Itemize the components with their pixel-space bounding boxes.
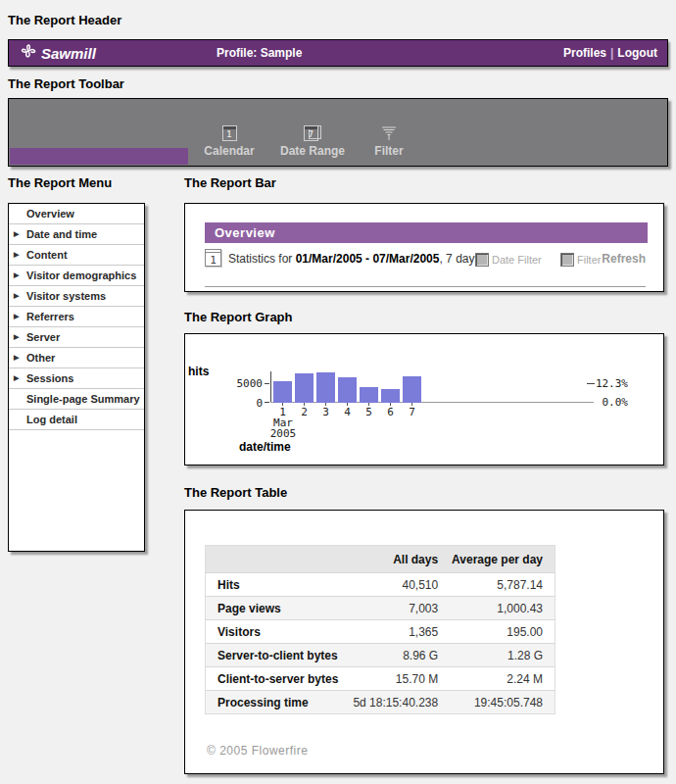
- toolbar-accent-strip: [10, 148, 188, 165]
- menu-item-server[interactable]: ▶Server: [9, 327, 144, 348]
- right-axis-tick: [587, 383, 595, 384]
- filter-checkbox[interactable]: [560, 253, 574, 267]
- row-all-days-value: 8.96 G: [352, 644, 451, 667]
- y-tick-dash-bottom: [265, 402, 269, 403]
- section-heading-report-bar: The Report Bar: [184, 175, 276, 190]
- section-heading-report-table: The Report Table: [184, 485, 287, 500]
- report-header-bar: Sawmill Profile: Sample Profiles|Logout: [8, 39, 668, 67]
- toolbar-button-date-range[interactable]: 7Date Range: [268, 123, 357, 158]
- section-heading-report-toolbar: The Report Toolbar: [8, 76, 124, 91]
- graph-y-axis: [270, 371, 271, 403]
- menu-item-other[interactable]: ▶Other: [9, 348, 144, 368]
- y-tick-0: 0: [224, 397, 263, 410]
- expand-arrow-icon: ▶: [14, 307, 19, 326]
- row-label: Processing time: [206, 691, 352, 714]
- graph-x-axis-title: date/time: [239, 440, 291, 454]
- table-row-hits: Hits40,5105,787.14: [206, 573, 555, 597]
- right-axis-bottom-label: 0.0%: [603, 396, 629, 409]
- menu-item-visitor-demographics[interactable]: ▶Visitor demographics: [9, 266, 144, 286]
- menu-item-single-page-summary[interactable]: Single-page Summary: [9, 389, 144, 410]
- expand-arrow-icon: ▶: [14, 286, 19, 306]
- logout-link[interactable]: Logout: [617, 46, 657, 60]
- profile-indicator: Profile: Sample: [217, 40, 302, 66]
- menu-item-label: Overview: [26, 208, 74, 220]
- table-row-page-views: Page views7,0031,000.43: [206, 597, 555, 620]
- toolbar-button-filter[interactable]: Filter: [345, 123, 433, 158]
- menu-item-label: Single-page Summary: [26, 393, 140, 405]
- expand-arrow-icon: ▶: [14, 245, 19, 265]
- table-row-processing-time: Processing time5d 18:15:40.23819:45:05.7…: [206, 691, 555, 714]
- chart-bar-day-3: [316, 372, 335, 403]
- row-all-days-value: 7,003: [352, 597, 451, 620]
- row-label: Hits: [206, 573, 352, 597]
- date-filter-checkbox[interactable]: [475, 253, 489, 267]
- menu-item-visitor-systems[interactable]: ▶Visitor systems: [9, 286, 144, 307]
- toolbar-button-calendar[interactable]: 1Calendar: [185, 123, 273, 158]
- toolbar-button-label: Calendar: [185, 144, 273, 158]
- expand-arrow-icon: ▶: [14, 368, 19, 388]
- row-label: Client-to-server bytes: [206, 667, 352, 691]
- table-row-server-to-client-bytes: Server-to-client bytes8.96 G1.28 G: [206, 644, 555, 667]
- date-range-icon: 7: [268, 123, 357, 141]
- menu-item-label: Other: [26, 352, 55, 364]
- date-filter-label: Date Filter: [492, 254, 542, 266]
- statistics-calendar-icon: 1: [205, 249, 221, 267]
- expand-arrow-icon: ▶: [14, 266, 19, 285]
- profiles-link[interactable]: Profiles: [563, 46, 606, 60]
- calendar-icon-digit: 1: [206, 254, 220, 267]
- menu-item-label: Log detail: [26, 414, 77, 425]
- report-table: All days Average per day Hits40,5105,787…: [184, 510, 664, 774]
- report-menu-list: Overview▶Date and time▶Content▶Visitor d…: [9, 204, 144, 430]
- chart-bar-day-6: [381, 389, 400, 403]
- table-row-visitors: Visitors1,365195.00: [206, 620, 555, 644]
- row-avg-per-day-value: 2.24 M: [450, 667, 555, 691]
- header-links: Profiles|Logout: [563, 40, 657, 66]
- chart-bar-day-5: [360, 387, 378, 403]
- menu-item-log-detail[interactable]: Log detail: [9, 410, 144, 430]
- menu-item-content[interactable]: ▶Content: [9, 245, 144, 266]
- report-toolbar: 1Calendar7Date RangeFilter: [8, 98, 668, 167]
- stats-date-range: 01/Mar/2005 - 07/Mar/2005: [296, 252, 440, 266]
- menu-item-label: Referrers: [26, 311, 74, 322]
- graph-y-axis-title: hits: [188, 365, 209, 378]
- chart-bar-day-7: [403, 376, 421, 403]
- expand-arrow-icon: ▶: [14, 327, 19, 347]
- chart-bar-day-4: [338, 377, 357, 403]
- x-period-year: 2005: [268, 427, 298, 440]
- refresh-button[interactable]: Refresh: [602, 252, 646, 266]
- filter-funnel-icon: [345, 123, 433, 141]
- row-avg-per-day-value: 1.28 G: [450, 644, 555, 667]
- section-heading-report-header: The Report Header: [8, 13, 121, 27]
- row-avg-per-day-value: 195.00: [450, 620, 555, 644]
- table-header-avg-per-day: Average per day: [450, 546, 555, 573]
- table-header-row: All days Average per day: [206, 546, 555, 573]
- copyright-footer: © 2005 Flowerfire: [207, 744, 308, 758]
- y-tick-dash-top: [265, 383, 269, 384]
- row-avg-per-day-value: 1,000.43: [450, 597, 555, 620]
- report-graph: hits 5000 0 1234567 Mar 2005 12.3% 0.0% …: [184, 333, 664, 466]
- row-all-days-value: 40,510: [352, 573, 451, 597]
- expand-arrow-icon: ▶: [14, 224, 19, 244]
- menu-item-overview[interactable]: Overview: [9, 204, 144, 224]
- sawmill-flower-icon: [19, 42, 38, 64]
- toolbar-button-label: Filter: [345, 144, 433, 158]
- row-all-days-value: 5d 18:15:40.238: [352, 691, 451, 714]
- logo-text: Sawmill: [41, 45, 96, 62]
- report-title-bar: Overview: [205, 222, 648, 243]
- row-label: Visitors: [206, 620, 352, 644]
- report-bar: Overview 1 Statistics for 01/Mar/2005 - …: [184, 203, 664, 292]
- row-all-days-value: 15.70 M: [352, 667, 451, 691]
- section-heading-report-menu: The Report Menu: [8, 175, 112, 190]
- menu-item-label: Date and time: [26, 228, 97, 240]
- filter-label: Filter: [577, 254, 601, 266]
- stats-prefix: Statistics for: [228, 252, 296, 266]
- sawmill-logo[interactable]: Sawmill: [19, 40, 96, 66]
- menu-item-referrers[interactable]: ▶Referrers: [9, 307, 144, 327]
- menu-item-date-and-time[interactable]: ▶Date and time: [9, 224, 144, 245]
- chart-bar-day-1: [273, 381, 292, 403]
- menu-item-sessions[interactable]: ▶Sessions: [9, 368, 144, 389]
- menu-item-label: Server: [26, 331, 60, 343]
- menu-item-label: Sessions: [26, 372, 73, 384]
- row-all-days-value: 1,365: [352, 620, 451, 644]
- report-menu: Overview▶Date and time▶Content▶Visitor d…: [8, 203, 145, 552]
